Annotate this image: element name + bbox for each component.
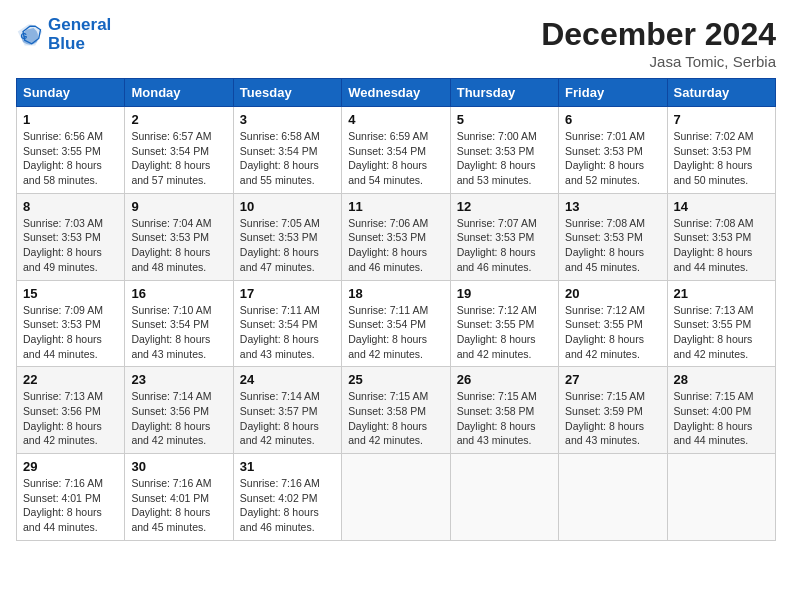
calendar-cell — [559, 454, 667, 541]
calendar-body: 1Sunrise: 6:56 AMSunset: 3:55 PMDaylight… — [17, 107, 776, 541]
day-number: 6 — [565, 112, 660, 127]
day-info: Sunrise: 7:06 AMSunset: 3:53 PMDaylight:… — [348, 216, 443, 275]
day-info: Sunrise: 7:12 AMSunset: 3:55 PMDaylight:… — [565, 303, 660, 362]
col-header-tuesday: Tuesday — [233, 79, 341, 107]
calendar-cell: 21Sunrise: 7:13 AMSunset: 3:55 PMDayligh… — [667, 280, 775, 367]
calendar-cell: 10Sunrise: 7:05 AMSunset: 3:53 PMDayligh… — [233, 193, 341, 280]
col-header-monday: Monday — [125, 79, 233, 107]
location-subtitle: Jasa Tomic, Serbia — [541, 53, 776, 70]
logo-text: General Blue — [48, 16, 111, 53]
calendar-cell: 29Sunrise: 7:16 AMSunset: 4:01 PMDayligh… — [17, 454, 125, 541]
day-info: Sunrise: 7:16 AMSunset: 4:01 PMDaylight:… — [23, 476, 118, 535]
day-number: 12 — [457, 199, 552, 214]
calendar-cell: 22Sunrise: 7:13 AMSunset: 3:56 PMDayligh… — [17, 367, 125, 454]
day-number: 24 — [240, 372, 335, 387]
calendar-cell: 26Sunrise: 7:15 AMSunset: 3:58 PMDayligh… — [450, 367, 558, 454]
day-number: 23 — [131, 372, 226, 387]
day-number: 30 — [131, 459, 226, 474]
day-info: Sunrise: 7:13 AMSunset: 3:56 PMDaylight:… — [23, 389, 118, 448]
day-number: 18 — [348, 286, 443, 301]
logo: G General Blue — [16, 16, 111, 53]
day-info: Sunrise: 7:16 AMSunset: 4:01 PMDaylight:… — [131, 476, 226, 535]
day-info: Sunrise: 7:11 AMSunset: 3:54 PMDaylight:… — [240, 303, 335, 362]
col-header-sunday: Sunday — [17, 79, 125, 107]
day-info: Sunrise: 6:59 AMSunset: 3:54 PMDaylight:… — [348, 129, 443, 188]
day-number: 27 — [565, 372, 660, 387]
day-number: 3 — [240, 112, 335, 127]
day-info: Sunrise: 7:16 AMSunset: 4:02 PMDaylight:… — [240, 476, 335, 535]
day-number: 5 — [457, 112, 552, 127]
calendar-cell: 7Sunrise: 7:02 AMSunset: 3:53 PMDaylight… — [667, 107, 775, 194]
day-info: Sunrise: 7:13 AMSunset: 3:55 PMDaylight:… — [674, 303, 769, 362]
calendar-cell: 14Sunrise: 7:08 AMSunset: 3:53 PMDayligh… — [667, 193, 775, 280]
day-info: Sunrise: 7:02 AMSunset: 3:53 PMDaylight:… — [674, 129, 769, 188]
day-number: 25 — [348, 372, 443, 387]
day-info: Sunrise: 7:08 AMSunset: 3:53 PMDaylight:… — [674, 216, 769, 275]
page-header: G General Blue December 2024 Jasa Tomic,… — [16, 16, 776, 70]
col-header-friday: Friday — [559, 79, 667, 107]
calendar-cell: 27Sunrise: 7:15 AMSunset: 3:59 PMDayligh… — [559, 367, 667, 454]
calendar-cell: 19Sunrise: 7:12 AMSunset: 3:55 PMDayligh… — [450, 280, 558, 367]
day-info: Sunrise: 7:12 AMSunset: 3:55 PMDaylight:… — [457, 303, 552, 362]
day-info: Sunrise: 6:56 AMSunset: 3:55 PMDaylight:… — [23, 129, 118, 188]
calendar-cell: 5Sunrise: 7:00 AMSunset: 3:53 PMDaylight… — [450, 107, 558, 194]
col-header-saturday: Saturday — [667, 79, 775, 107]
day-number: 1 — [23, 112, 118, 127]
day-info: Sunrise: 7:05 AMSunset: 3:53 PMDaylight:… — [240, 216, 335, 275]
day-info: Sunrise: 7:14 AMSunset: 3:56 PMDaylight:… — [131, 389, 226, 448]
day-info: Sunrise: 7:11 AMSunset: 3:54 PMDaylight:… — [348, 303, 443, 362]
calendar-cell: 18Sunrise: 7:11 AMSunset: 3:54 PMDayligh… — [342, 280, 450, 367]
calendar-cell: 8Sunrise: 7:03 AMSunset: 3:53 PMDaylight… — [17, 193, 125, 280]
calendar-cell: 25Sunrise: 7:15 AMSunset: 3:58 PMDayligh… — [342, 367, 450, 454]
day-info: Sunrise: 7:09 AMSunset: 3:53 PMDaylight:… — [23, 303, 118, 362]
day-info: Sunrise: 7:10 AMSunset: 3:54 PMDaylight:… — [131, 303, 226, 362]
day-info: Sunrise: 7:15 AMSunset: 3:58 PMDaylight:… — [457, 389, 552, 448]
day-number: 26 — [457, 372, 552, 387]
day-info: Sunrise: 7:00 AMSunset: 3:53 PMDaylight:… — [457, 129, 552, 188]
day-number: 20 — [565, 286, 660, 301]
day-number: 29 — [23, 459, 118, 474]
calendar-week-row: 8Sunrise: 7:03 AMSunset: 3:53 PMDaylight… — [17, 193, 776, 280]
logo-icon: G — [16, 21, 44, 49]
calendar-cell: 11Sunrise: 7:06 AMSunset: 3:53 PMDayligh… — [342, 193, 450, 280]
day-number: 31 — [240, 459, 335, 474]
calendar-header-row: SundayMondayTuesdayWednesdayThursdayFrid… — [17, 79, 776, 107]
day-number: 14 — [674, 199, 769, 214]
day-number: 10 — [240, 199, 335, 214]
col-header-wednesday: Wednesday — [342, 79, 450, 107]
title-block: December 2024 Jasa Tomic, Serbia — [541, 16, 776, 70]
calendar-cell — [450, 454, 558, 541]
day-number: 28 — [674, 372, 769, 387]
calendar-cell: 3Sunrise: 6:58 AMSunset: 3:54 PMDaylight… — [233, 107, 341, 194]
calendar-week-row: 22Sunrise: 7:13 AMSunset: 3:56 PMDayligh… — [17, 367, 776, 454]
calendar-cell: 1Sunrise: 6:56 AMSunset: 3:55 PMDaylight… — [17, 107, 125, 194]
calendar-cell: 31Sunrise: 7:16 AMSunset: 4:02 PMDayligh… — [233, 454, 341, 541]
day-info: Sunrise: 7:07 AMSunset: 3:53 PMDaylight:… — [457, 216, 552, 275]
calendar-week-row: 15Sunrise: 7:09 AMSunset: 3:53 PMDayligh… — [17, 280, 776, 367]
calendar-cell: 23Sunrise: 7:14 AMSunset: 3:56 PMDayligh… — [125, 367, 233, 454]
calendar-cell: 17Sunrise: 7:11 AMSunset: 3:54 PMDayligh… — [233, 280, 341, 367]
calendar-cell: 28Sunrise: 7:15 AMSunset: 4:00 PMDayligh… — [667, 367, 775, 454]
day-info: Sunrise: 6:58 AMSunset: 3:54 PMDaylight:… — [240, 129, 335, 188]
month-title: December 2024 — [541, 16, 776, 53]
calendar-week-row: 29Sunrise: 7:16 AMSunset: 4:01 PMDayligh… — [17, 454, 776, 541]
calendar-cell: 15Sunrise: 7:09 AMSunset: 3:53 PMDayligh… — [17, 280, 125, 367]
calendar-cell: 30Sunrise: 7:16 AMSunset: 4:01 PMDayligh… — [125, 454, 233, 541]
calendar-cell: 9Sunrise: 7:04 AMSunset: 3:53 PMDaylight… — [125, 193, 233, 280]
day-info: Sunrise: 7:15 AMSunset: 3:58 PMDaylight:… — [348, 389, 443, 448]
day-info: Sunrise: 7:14 AMSunset: 3:57 PMDaylight:… — [240, 389, 335, 448]
calendar-cell: 6Sunrise: 7:01 AMSunset: 3:53 PMDaylight… — [559, 107, 667, 194]
day-number: 17 — [240, 286, 335, 301]
col-header-thursday: Thursday — [450, 79, 558, 107]
day-info: Sunrise: 7:15 AMSunset: 4:00 PMDaylight:… — [674, 389, 769, 448]
day-number: 8 — [23, 199, 118, 214]
svg-text:G: G — [20, 30, 27, 40]
day-number: 15 — [23, 286, 118, 301]
day-info: Sunrise: 7:04 AMSunset: 3:53 PMDaylight:… — [131, 216, 226, 275]
day-number: 9 — [131, 199, 226, 214]
day-info: Sunrise: 7:15 AMSunset: 3:59 PMDaylight:… — [565, 389, 660, 448]
calendar-cell: 13Sunrise: 7:08 AMSunset: 3:53 PMDayligh… — [559, 193, 667, 280]
calendar-cell: 4Sunrise: 6:59 AMSunset: 3:54 PMDaylight… — [342, 107, 450, 194]
day-number: 11 — [348, 199, 443, 214]
day-number: 13 — [565, 199, 660, 214]
